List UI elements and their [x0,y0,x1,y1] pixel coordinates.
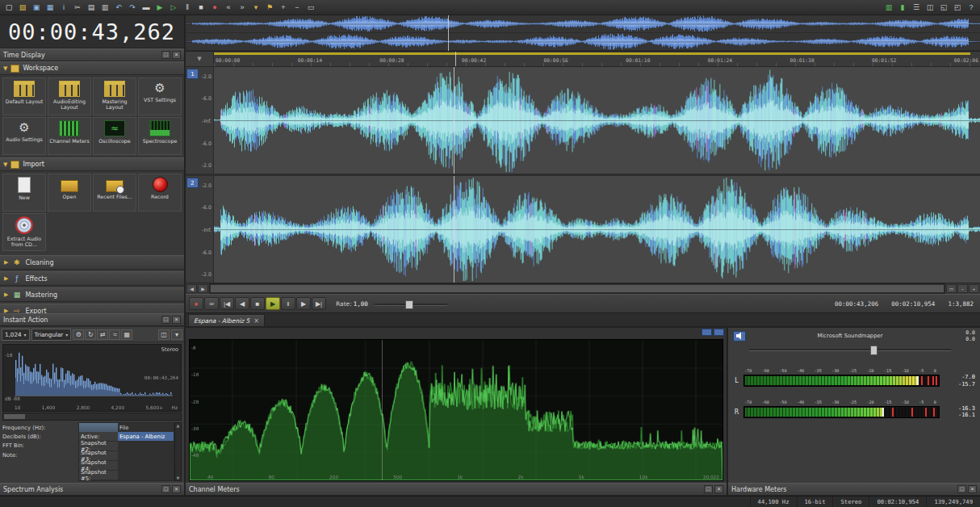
channel-1-waveform[interactable] [214,67,980,174]
meters-hold-button[interactable] [714,329,724,336]
workspace-item[interactable]: Oscilloscope [93,117,136,155]
channel-2-waveform[interactable] [214,176,980,283]
save-icon[interactable]: ▣ [30,2,43,14]
scroll-left-icon[interactable]: ◀ [186,284,197,293]
new-file-icon[interactable]: ▢ [2,2,15,14]
scroll-handle[interactable] [211,285,944,292]
rate-slider-handle[interactable] [405,300,413,309]
stop-button[interactable]: ■ [250,297,265,310]
volume-slider-handle[interactable] [870,346,877,355]
channel-1-db-ruler[interactable]: 1 -2.0-6.0-Inf.-6.0-2.0 [186,67,214,174]
go-to-start-button[interactable]: |◀ [220,297,234,310]
spectrum-hscrollbar[interactable] [2,413,182,421]
rewind-button[interactable]: ◀ [235,297,249,310]
save-all-icon[interactable]: ▦ [44,2,57,14]
workspace-item[interactable]: Default Layout [2,78,46,115]
zoom-in-icon[interactable]: + [277,2,290,14]
cascade-windows-icon[interactable]: ◱ [937,2,950,14]
stop-icon[interactable]: ■ [195,2,207,14]
workspace-item[interactable]: AudioEditing Layout [48,78,91,115]
window-type-select[interactable]: Triangular ▾ [31,329,72,341]
workspace-item[interactable]: Channel Meters [48,117,91,155]
close-icon[interactable]: × [172,316,181,324]
tile-windows-icon[interactable]: ◰ [951,2,964,14]
section-bar[interactable]: ▶ ▦ Mastering [0,287,184,302]
playback-cursor[interactable] [455,52,456,66]
undo-icon[interactable]: ↶ [112,2,125,14]
channel-meters-graph[interactable]: -8-18-28-38-48 40902005001k2k5k10k20,022 [189,339,723,481]
refresh-button[interactable]: ↻ [85,329,96,340]
float-icon[interactable]: □ [161,51,170,59]
workspace-item[interactable]: VST Settings [138,78,182,115]
zoom-selection-icon[interactable]: ▭ [304,2,317,14]
close-icon[interactable]: × [714,485,723,493]
import-item[interactable]: Extract Audio from CD... [2,213,46,251]
import-item[interactable]: New [2,174,46,212]
settings-button[interactable]: ⚙ [73,329,84,340]
redo-icon[interactable]: ↷ [126,2,139,14]
marker-icon[interactable]: ▾ [249,2,262,14]
float-icon[interactable]: □ [161,485,170,493]
channel-2-db-ruler[interactable]: 2 -2.0-6.0-Inf.-6.0-2.0 [186,176,214,283]
section-bar[interactable]: ▶ ✱ Cleaning [0,255,184,270]
channel-1-badge[interactable]: 1 [186,69,199,79]
scroll-right-icon[interactable]: ▶ [198,284,208,293]
scroll-handle[interactable] [4,414,25,419]
stereo-view-button[interactable]: ◫ [158,329,170,340]
speaker-icon[interactable] [733,331,746,341]
sync-channels-button[interactable]: ⇄ [97,329,108,340]
panel-menu-button[interactable]: ▾ [171,329,182,340]
properties-icon[interactable]: i [57,2,70,14]
playback-cursor[interactable] [448,15,449,51]
float-icon[interactable]: □ [704,485,713,493]
spectrum-snapshot-display[interactable]: -18 dB -88 Stereo 00:00:43,264 101,4002,… [2,344,182,412]
meters-options-button[interactable] [701,329,712,336]
cut-icon[interactable]: ✂ [71,2,84,14]
close-icon[interactable]: × [968,485,977,493]
region-icon[interactable]: ⚑ [263,2,276,14]
pause-icon[interactable]: ‖ [181,2,194,14]
fft-size-select[interactable]: 1,024 ▾ [2,329,30,341]
zoom-in-icon[interactable]: + [969,284,979,293]
forward-button[interactable]: ▶ [296,297,311,310]
record-icon[interactable]: ● [208,2,221,14]
trim-icon[interactable]: ▬ [140,2,153,14]
spectrum-view-icon[interactable]: ▥ [882,2,895,14]
playback-cursor[interactable] [454,67,454,174]
output-volume-slider[interactable] [749,346,951,354]
import-item[interactable]: Open [48,174,91,212]
float-icon[interactable]: □ [161,316,170,324]
close-icon[interactable]: × [172,51,181,59]
frequency-cursor[interactable] [382,340,383,480]
overview-waveform[interactable] [186,15,980,52]
close-icon[interactable]: × [253,317,259,325]
workspace-item[interactable]: Spectroscope [138,117,182,155]
import-section-header[interactable]: ▼ Import [0,157,184,171]
meters-view-icon[interactable]: ▮ [896,2,909,14]
snapshot-button[interactable]: ▦ [121,329,132,340]
window-layout-icon[interactable]: ◫ [923,2,936,14]
forward-icon[interactable]: » [236,2,249,14]
play-all-icon[interactable]: ▷ [167,2,180,14]
snapshot-table-vscrollbar[interactable]: ▲ ▼ [174,422,182,481]
rate-slider[interactable] [375,300,447,308]
help-icon[interactable]: ? [965,2,978,14]
paste-icon[interactable]: ▥ [98,2,111,14]
zoom-selection-icon[interactable]: ▭ [946,284,957,293]
mixer-icon[interactable]: ☰ [910,2,923,14]
workspace-section-header[interactable]: ▼ Workspace [0,61,184,75]
zoom-out-icon[interactable]: − [957,284,968,293]
scroll-up-icon[interactable]: ▲ [177,423,180,428]
import-item[interactable]: Recent Files... [93,174,136,212]
play-icon[interactable]: ▶ [153,2,166,14]
pause-button[interactable]: ‖ [281,297,295,310]
close-icon[interactable]: × [172,485,181,493]
open-file-icon[interactable]: ▧ [16,2,29,14]
loop-playback-button[interactable]: ∞ [204,297,219,310]
timeline-ruler[interactable]: 00:00:0000:00:1400:00:2800:00:4200:00:56… [214,52,980,66]
realtime-button[interactable]: ≈ [109,329,120,340]
editor-hscrollbar[interactable] [209,283,945,294]
scroll-down-icon[interactable]: ▼ [177,476,180,480]
workspace-item[interactable]: Audio Settings [2,117,46,155]
playback-cursor[interactable] [454,176,454,283]
